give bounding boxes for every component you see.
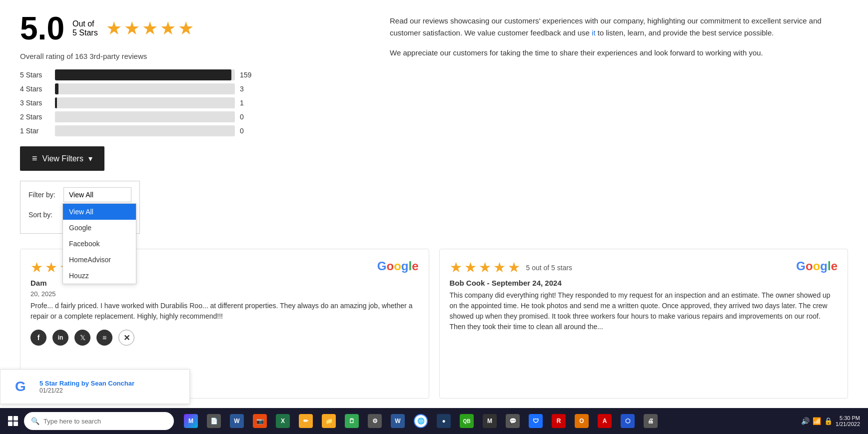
star-2: ★ xyxy=(124,18,140,39)
twitter-share-icon[interactable]: 𝕏 xyxy=(74,330,90,346)
filter-by-row: Filter by: View All Google Facebook Home… xyxy=(28,187,131,202)
outlook-icon: O xyxy=(575,414,589,428)
taskbar-app-bluetooth[interactable]: ⬡ xyxy=(617,410,639,432)
taskbar-app-chat[interactable]: 💬 xyxy=(502,410,524,432)
taskbar-app-acrobat[interactable]: A xyxy=(594,410,616,432)
taskbar-app-file[interactable]: 📄 xyxy=(203,410,225,432)
toast-logo: G xyxy=(8,375,32,399)
taskbar-app-excel[interactable]: X xyxy=(272,410,294,432)
filter-by-select[interactable]: View All Google Facebook HomeAdvisor Hou… xyxy=(63,187,131,202)
start-button[interactable] xyxy=(4,412,22,430)
mail-icon: M xyxy=(483,414,497,428)
bluetooth-icon: ⬡ xyxy=(621,414,635,428)
bar-count-1: 0 xyxy=(240,127,255,135)
acrobat-icon: A xyxy=(598,414,612,428)
folder-icon: 📁 xyxy=(322,414,336,428)
taskbar-app-printer[interactable]: 🖨 xyxy=(640,410,662,432)
taskbar-app-sketcher[interactable]: ✏ xyxy=(295,410,317,432)
buffer-share-icon[interactable]: ≡ xyxy=(96,330,112,346)
bar-fill-4 xyxy=(55,83,58,94)
bar-label-4: 4 Stars xyxy=(20,85,50,93)
rating-label-block: Out of 5 Stars xyxy=(72,19,98,37)
bar-row-5: 5 Stars 159 xyxy=(20,69,270,80)
filter-by-select-wrapper: View All Google Facebook HomeAdvisor Hou… xyxy=(63,187,131,202)
dropdown-item-viewall[interactable]: View All xyxy=(63,204,136,220)
settings-icon: ⚙ xyxy=(368,414,382,428)
dropdown-item-facebook[interactable]: Facebook xyxy=(63,236,136,252)
filter-dropdown-menu: View All Google Facebook HomeAdvisor Hou… xyxy=(62,203,136,284)
review-text-1: Profe... d fairly priced. I have worked … xyxy=(30,301,419,322)
star-bars: 5 Stars 159 4 Stars 3 3 Stars 1 xyxy=(20,69,270,136)
toast-content: 5 Star Rating by Sean Conchar 01/21/22 xyxy=(39,380,181,394)
review-stars-2: ★ ★ ★ ★ ★ 5 out of 5 stars xyxy=(450,259,573,276)
r2-out-of: 5 out of 5 stars xyxy=(526,264,573,272)
taskbar-app-word2[interactable]: W xyxy=(387,410,409,432)
dropdown-item-homeadvisor[interactable]: HomeAdvisor xyxy=(63,252,136,268)
chevron-down-icon: ▾ xyxy=(88,154,92,163)
dropdown-item-houzz[interactable]: Houzz xyxy=(63,268,136,284)
taskbar-app-mail[interactable]: M xyxy=(479,410,501,432)
circular-icon: ● xyxy=(437,414,451,428)
dropdown-item-google[interactable]: Google xyxy=(63,220,136,236)
right-panel: Read our reviews showcasing our customer… xyxy=(390,10,848,234)
r2-star-4: ★ xyxy=(493,259,506,276)
taskbar-app-outlook[interactable]: O xyxy=(571,410,593,432)
filter-by-label: Filter by: xyxy=(28,191,58,199)
star-1: ★ xyxy=(106,18,122,39)
bar-fill-3 xyxy=(55,97,57,108)
taskbar-apps: M 📄 W 📷 X ✏ 📁 🗒 ⚙ W 🌐 xyxy=(180,410,799,432)
star-5: ★ xyxy=(178,18,194,39)
taskbar-app-folder[interactable]: 📁 xyxy=(318,410,340,432)
linkedin-share-icon[interactable]: in xyxy=(52,330,68,346)
bar-label-1: 1 Star xyxy=(20,127,50,135)
taskbar-app-word[interactable]: W xyxy=(226,410,248,432)
out-of-label: Out of 5 Stars xyxy=(72,19,98,37)
view-filters-button[interactable]: ≡ View Filters ▾ xyxy=(20,146,104,171)
taskbar-app-circular[interactable]: ● xyxy=(433,410,455,432)
review-date-1: 20, 2025 xyxy=(30,290,419,298)
taskbar-app-edge[interactable]: M xyxy=(180,410,202,432)
left-panel: 5.0 Out of 5 Stars ★ ★ ★ ★ ★ Overall rat… xyxy=(20,10,370,234)
lock-icon[interactable]: 🔒 xyxy=(824,417,833,425)
taskbar-app-settings[interactable]: ⚙ xyxy=(364,410,386,432)
taskbar-app-sheets[interactable]: 🗒 xyxy=(341,410,363,432)
taskbar-app-chrome[interactable]: 🌐 xyxy=(410,410,432,432)
close-share-icon[interactable]: ✕ xyxy=(118,330,134,346)
excel-icon: X xyxy=(276,414,290,428)
filter-panel: Filter by: View All Google Facebook Home… xyxy=(20,181,140,234)
photo-icon: 📷 xyxy=(253,414,267,428)
volume-icon[interactable]: 🔊 xyxy=(801,417,810,425)
network-icon[interactable]: 📶 xyxy=(813,417,821,425)
taskbar-app-qb[interactable]: QB xyxy=(456,410,478,432)
google-logo-1: Google xyxy=(377,259,419,273)
review-card-2: ★ ★ ★ ★ ★ 5 out of 5 stars Google Bob Co… xyxy=(439,249,849,399)
taskbar-app-app16[interactable]: R xyxy=(548,410,570,432)
bar-container-2 xyxy=(55,111,235,122)
taskbar-system: 🔊 📶 🔒 5:30 PM 1/21/2022 xyxy=(801,415,864,427)
description-para1: Read our reviews showcasing our customer… xyxy=(390,15,848,39)
taskbar-app-photo[interactable]: 📷 xyxy=(249,410,271,432)
description-link[interactable]: it xyxy=(592,28,596,37)
app16-icon: R xyxy=(552,414,566,428)
edge-icon: M xyxy=(184,414,198,428)
file-icon: 📄 xyxy=(207,414,221,428)
description-para2: We appreciate our customers for taking t… xyxy=(390,47,848,59)
rating-header: 5.0 Out of 5 Stars ★ ★ ★ ★ ★ xyxy=(20,10,370,47)
taskbar-app-shield[interactable]: 🛡 xyxy=(525,410,547,432)
bottom-toast: G 5 Star Rating by Sean Conchar 01/21/22 xyxy=(0,369,190,404)
toast-title: 5 Star Rating by Sean Conchar xyxy=(39,380,181,387)
bar-container-1 xyxy=(55,125,235,136)
taskbar-search[interactable]: 🔍 Type here to search xyxy=(24,412,174,430)
sort-by-label: Sort by: xyxy=(28,211,58,219)
search-icon: 🔍 xyxy=(31,417,39,425)
bar-row-1: 1 Star 0 xyxy=(20,125,270,136)
bar-container-4 xyxy=(55,83,235,94)
bar-container-3 xyxy=(55,97,235,108)
overall-label: Overall rating of 163 3rd-party reviews xyxy=(20,52,370,60)
system-time: 5:30 PM 1/21/2022 xyxy=(836,415,860,427)
shield-icon: 🛡 xyxy=(529,414,543,428)
sheets-icon: 🗒 xyxy=(345,414,359,428)
stars-display: ★ ★ ★ ★ ★ xyxy=(106,18,194,39)
word2-icon: W xyxy=(391,414,405,428)
facebook-share-icon[interactable]: f xyxy=(30,330,46,346)
